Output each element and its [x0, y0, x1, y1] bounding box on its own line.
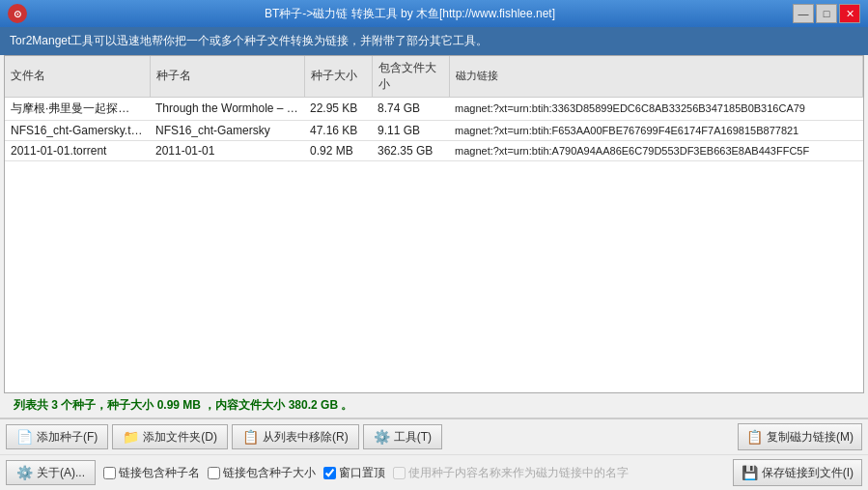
include-seed-name-checkbox[interactable]	[103, 467, 116, 479]
include-seed-size-option[interactable]: 链接包含种子大小	[208, 465, 316, 481]
cell-filesize: 362.35 GB	[372, 140, 449, 160]
info-text: Tor2Manget工具可以迅速地帮你把一个或多个种子文件转换为链接，并附带了部…	[10, 34, 488, 47]
cell-seedname: Through the Wormhole – Season 1	[150, 97, 304, 120]
cell-seedsize: 47.16 KB	[304, 120, 372, 140]
window-controls: — □ ✕	[793, 4, 860, 23]
copy-magnet-button[interactable]: 📋 复制磁力链接(M)	[738, 423, 862, 450]
save-magnet-button[interactable]: 💾 保存链接到文件(I)	[733, 459, 862, 486]
about-button[interactable]: ⚙️ 关于(A)...	[6, 460, 96, 485]
tools-icon: ⚙️	[374, 429, 390, 445]
about-icon: ⚙️	[16, 465, 33, 480]
minimize-button[interactable]: —	[793, 4, 814, 23]
cell-seedsize: 22.95 KB	[304, 97, 372, 120]
include-seed-size-checkbox[interactable]	[208, 467, 220, 479]
add-seed-button[interactable]: 📄 添加种子(F)	[6, 424, 108, 449]
cell-filename: 与摩根·弗里曼一起探…	[5, 97, 150, 120]
table-row[interactable]: 2011-01-01.torrent 2011-01-01 0.92 MB 36…	[5, 140, 863, 160]
remove-icon: 📋	[242, 429, 259, 445]
cell-filesize: 9.11 GB	[372, 120, 449, 140]
title-bar: ⊙ BT种子->磁力链 转换工具 by 木鱼[http://www.fishle…	[0, 0, 868, 27]
close-button[interactable]: ✕	[839, 4, 860, 23]
col-header-filename: 文件名	[5, 56, 150, 98]
save-icon: 💾	[742, 465, 758, 480]
info-bar: Tor2Manget工具可以迅速地帮你把一个或多个种子文件转换为链接，并附带了部…	[0, 27, 868, 55]
app-logo: ⊙	[8, 4, 27, 23]
add-folder-icon: 📁	[123, 429, 139, 445]
maximize-button[interactable]: □	[816, 4, 837, 23]
col-header-filesize: 包含文件大小	[372, 56, 449, 98]
table-header-row: 文件名 种子名 种子大小 包含文件大小 磁力链接	[5, 56, 863, 98]
cell-filesize: 8.74 GB	[372, 97, 449, 120]
window-title: BT种子->磁力链 转换工具 by 木鱼[http://www.fishlee.…	[27, 6, 793, 22]
col-header-seedname: 种子名	[150, 56, 304, 98]
cell-magnet: magnet:?xt=urn:btih:F653AA00FBE767699F4E…	[449, 120, 863, 140]
cell-filename: NFS16_cht-Gamersky.to…	[5, 120, 150, 140]
cell-seedname: 2011-01-01	[150, 140, 304, 160]
add-seed-icon: 📄	[16, 429, 33, 445]
cell-magnet: magnet:?xt=urn:btih:3363D85899EDC6C8AB33…	[449, 97, 863, 120]
col-header-magnet: 磁力链接	[449, 56, 863, 98]
cell-magnet: magnet:?xt=urn:btih:A790A94AA86E6C79D553…	[449, 140, 863, 160]
button-bar: 📄 添加种子(F) 📁 添加文件夹(D) 📋 从列表中移除(R) ⚙️ 工具(T…	[0, 418, 868, 454]
tools-button[interactable]: ⚙️ 工具(T)	[363, 424, 442, 449]
add-folder-button[interactable]: 📁 添加文件夹(D)	[112, 424, 228, 449]
table-row[interactable]: 与摩根·弗里曼一起探… Through the Wormhole – Seaso…	[5, 97, 863, 120]
status-text: 列表共 3 个种子，种子大小 0.99 MB ，内容文件大小 380.2 GB …	[14, 398, 352, 412]
options-bar: ⚙️ 关于(A)... 链接包含种子名 链接包含种子大小 窗口置顶 使用种子内容…	[0, 454, 868, 490]
window-top-option[interactable]: 窗口置顶	[323, 465, 385, 481]
cell-seedname: NFS16_cht-Gamersky	[150, 120, 304, 140]
include-seed-name-option[interactable]: 链接包含种子名	[103, 465, 200, 481]
copy-icon: 📋	[746, 429, 763, 445]
use-content-name-option[interactable]: 使用种子内容名称来作为磁力链接中的名字	[393, 465, 629, 481]
remove-button[interactable]: 📋 从列表中移除(R)	[232, 424, 359, 449]
cell-seedsize: 0.92 MB	[304, 140, 372, 160]
use-content-name-checkbox	[393, 467, 406, 479]
table-row[interactable]: NFS16_cht-Gamersky.to… NFS16_cht-Gamersk…	[5, 120, 863, 140]
file-list-table: 文件名 种子名 种子大小 包含文件大小 磁力链接 与摩根·弗里曼一起探… Thr…	[4, 55, 864, 393]
status-bar: 列表共 3 个种子，种子大小 0.99 MB ，内容文件大小 380.2 GB …	[4, 393, 864, 418]
window-top-checkbox[interactable]	[323, 467, 336, 479]
cell-filename: 2011-01-01.torrent	[5, 140, 150, 160]
col-header-seedsize: 种子大小	[304, 56, 372, 98]
